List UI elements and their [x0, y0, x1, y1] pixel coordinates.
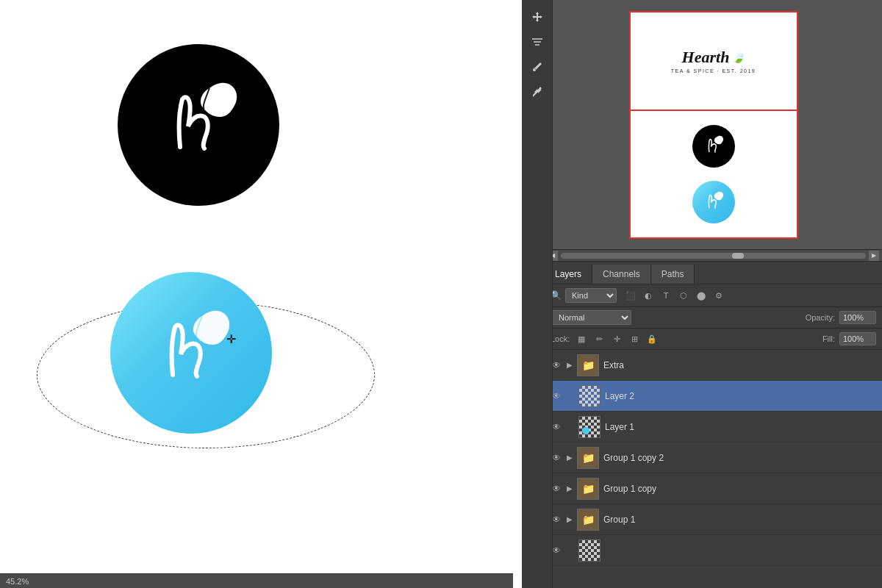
- zoom-value: 45.2%: [6, 577, 29, 586]
- fill-label: Fill:: [822, 334, 835, 343]
- layer-thumb-group1: 📁: [577, 509, 599, 531]
- preview-title: Hearth 🍃: [682, 48, 745, 67]
- lock-artboard-btn[interactable]: ⊞: [627, 331, 642, 346]
- layer-name-layer1: Layer 1: [605, 422, 876, 432]
- preview-card-bottom: [631, 111, 797, 237]
- filter-kind-select[interactable]: Kind Name Effect Mode Attribute Color Sm…: [565, 288, 617, 303]
- logo-black-svg: [140, 66, 257, 184]
- lock-all-btn[interactable]: 🔒: [645, 331, 659, 346]
- tab-paths[interactable]: Paths: [651, 265, 695, 284]
- tab-channels[interactable]: Channels: [592, 265, 651, 284]
- smart-filter-btn[interactable]: ⬤: [694, 288, 709, 303]
- layer-item-layer1[interactable]: 👁 Layer 1: [545, 412, 882, 442]
- preview-logo-blue: [692, 181, 735, 223]
- layer-thumb-extra: 📁: [577, 354, 599, 376]
- layer-expand-group1[interactable]: ▶: [567, 515, 573, 523]
- layer-thumb-group1copy: 📁: [577, 478, 599, 500]
- lock-pixels-btn[interactable]: ▦: [574, 331, 589, 346]
- zoom-bar: 45.2%: [0, 573, 513, 588]
- filter-tool[interactable]: [526, 31, 548, 53]
- move-cursor-icon: ✛: [226, 332, 236, 346]
- layer-name-layer2: Layer 2: [605, 391, 876, 401]
- layer-expand-group1copy[interactable]: ▶: [567, 484, 573, 492]
- layer-name-group1copy2: Group 1 copy 2: [603, 453, 876, 463]
- adjustment-filter-btn[interactable]: ◐: [641, 288, 656, 303]
- layer-thumb-group1copy2: 📁: [577, 447, 599, 469]
- fill-input[interactable]: [839, 332, 876, 345]
- layers-panel: Layers Channels Paths 🔍 Kind Name Effect…: [545, 262, 882, 588]
- layer-thumb-layer2: [578, 385, 600, 407]
- layer-item-group1copy[interactable]: 👁 ▶ 📁 Group 1 copy: [545, 473, 882, 504]
- folder-icon-extra: 📁: [582, 359, 595, 371]
- folder-icon-group1copy2: 📁: [582, 452, 595, 464]
- layer-item-extra[interactable]: 👁 ▶ 📁 Extra: [545, 350, 882, 381]
- lock-row: Lock: ▦ ✏ ✛ ⊞ 🔒 Fill:: [545, 329, 882, 350]
- right-panel: Hearth 🍃 TEA & SPICE · EST. 2019: [544, 0, 882, 588]
- layer-thumb-extra-bottom: [578, 539, 600, 562]
- preview-subtitle: TEA & SPICE · EST. 2019: [671, 68, 756, 74]
- preview-logo-black: [692, 125, 735, 168]
- scrollbar-area[interactable]: ◀ ▶: [545, 250, 882, 262]
- logo-black-circle: [118, 44, 279, 206]
- options-filter-btn[interactable]: ⚙: [711, 288, 726, 303]
- pixel-filter-btn[interactable]: ⬛: [623, 288, 638, 303]
- layer-name-extra: Extra: [603, 360, 876, 370]
- layer-name-group1: Group 1: [603, 514, 876, 525]
- logo-blue-circle: [110, 272, 272, 434]
- layer-item-group1copy2[interactable]: 👁 ▶ 📁 Group 1 copy 2: [545, 442, 882, 473]
- layer-thumb-layer1: [578, 416, 600, 438]
- scroll-right-arrow[interactable]: ▶: [869, 251, 879, 261]
- logo-blue-container: ✛: [66, 272, 345, 537]
- preview-area: Hearth 🍃 TEA & SPICE · EST. 2019: [545, 0, 882, 250]
- toolbar-strip: [522, 0, 553, 588]
- folder-icon-group1copy: 📁: [582, 483, 595, 495]
- layer-list: 👁 ▶ 📁 Extra 👁 Layer 2 👁: [545, 350, 882, 588]
- scroll-track[interactable]: [561, 253, 866, 259]
- type-filter-btn[interactable]: T: [659, 288, 673, 303]
- layer-item-group1[interactable]: 👁 ▶ 📁 Group 1: [545, 504, 882, 535]
- layer-item-layer2[interactable]: 👁 Layer 2: [545, 381, 882, 412]
- leaf-icon: 🍃: [732, 51, 745, 64]
- preview-card: Hearth 🍃 TEA & SPICE · EST. 2019: [629, 11, 798, 239]
- preview-black-logo-svg: [699, 132, 728, 161]
- layer-expand-extra[interactable]: ▶: [567, 361, 573, 369]
- layer-item-extra-bottom[interactable]: 👁: [545, 535, 882, 566]
- opacity-input[interactable]: [839, 311, 876, 324]
- blend-row: Normal Dissolve Multiply Screen Overlay …: [545, 307, 882, 329]
- filter-icon-group: ⬛ ◐ T ⬡ ⬤ ⚙: [623, 288, 726, 303]
- lock-brush-btn[interactable]: ✏: [592, 331, 606, 346]
- move-tool[interactable]: [526, 6, 548, 28]
- layer-thumb-dot: [582, 427, 589, 434]
- lock-move-btn[interactable]: ✛: [609, 331, 624, 346]
- lock-icons-group: ▦ ✏ ✛ ⊞ 🔒: [574, 331, 659, 346]
- lock-label: Lock:: [551, 334, 570, 343]
- preview-blue-logo-svg: [699, 187, 728, 217]
- layer-name-group1copy: Group 1 copy: [603, 484, 876, 494]
- eyedropper-tool[interactable]: [526, 81, 548, 103]
- panel-tabs: Layers Channels Paths: [545, 262, 882, 284]
- preview-card-top: Hearth 🍃 TEA & SPICE · EST. 2019: [631, 12, 797, 111]
- layer-expand-group1copy2[interactable]: ▶: [567, 453, 573, 462]
- blend-mode-select[interactable]: Normal Dissolve Multiply Screen Overlay: [551, 310, 631, 325]
- logo-blue-svg: [132, 294, 250, 412]
- shape-filter-btn[interactable]: ⬡: [676, 288, 691, 303]
- canvas-area: ✛ 45.2%: [0, 0, 513, 588]
- scroll-thumb[interactable]: [732, 253, 744, 259]
- filter-row: 🔍 Kind Name Effect Mode Attribute Color …: [545, 284, 882, 307]
- brush-tool[interactable]: [526, 56, 548, 78]
- opacity-label: Opacity:: [806, 313, 835, 322]
- folder-icon-group1: 📁: [582, 514, 595, 526]
